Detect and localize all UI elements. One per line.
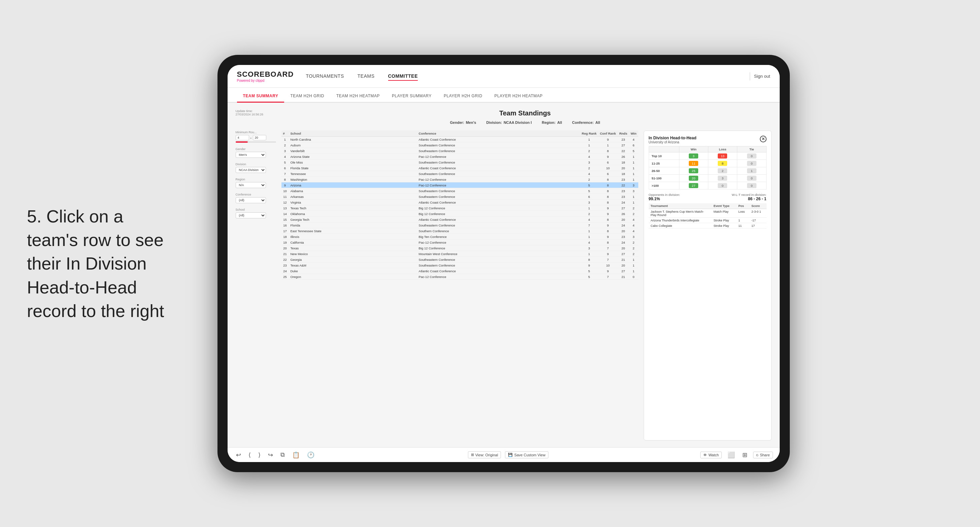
table-row[interactable]: 11 Arkansas Southeastern Conference 6 8 …: [282, 194, 638, 200]
close-button[interactable]: ✕: [760, 136, 767, 142]
copy-button[interactable]: ⧉: [279, 451, 286, 459]
right-panel: In Division Head-to-Head University of A…: [644, 130, 772, 441]
table-row[interactable]: 25 Oregon Pac-12 Conference 5 7 21 0: [282, 274, 638, 279]
tournament-row: Arizona Thunderbirds Intercollegiate Str…: [649, 218, 767, 223]
nav-links: TOURNAMENTS TEAMS COMMITTEE: [306, 72, 749, 81]
right-panel-subtitle: University of Arizona: [649, 140, 697, 144]
col-header-num: #: [282, 130, 289, 137]
table-row[interactable]: 2 Auburn Southeastern Conference 1 1 27 …: [282, 142, 638, 148]
table-row[interactable]: 22 Georgia Southeastern Conference 8 7 2…: [282, 257, 638, 262]
rounds-slider[interactable]: [235, 141, 276, 143]
content-title: Team Standings: [279, 110, 772, 117]
tournament-table: Tournament Event Type Pos Score Jackson …: [649, 203, 767, 229]
sub-nav-player-h2h-heatmap[interactable]: PLAYER H2H HEATMAP: [488, 90, 549, 103]
logo-sub: Powered by clippd: [237, 79, 294, 83]
table-row[interactable]: 16 Florida Southeastern Conference 7 9 2…: [282, 222, 638, 228]
table-row[interactable]: 13 Texas Tech Big 12 Conference 1 9 27 2: [282, 205, 638, 211]
tournament-row: Jackson T. Stephens Cup Men's Match-Play…: [649, 209, 767, 218]
save-custom-label: Save Custom View: [514, 453, 546, 457]
filter-division: Division NCAA Division I: [235, 162, 276, 173]
h2h-row: 51-100 20 3 0: [649, 175, 766, 182]
max-rounds-input[interactable]: [253, 135, 266, 140]
content-columns: Minimum Rou... - Gender: [235, 130, 772, 441]
table-row[interactable]: 21 New Mexico Mountain West Conference 1…: [282, 251, 638, 257]
table-row[interactable]: 6 Florida State Atlantic Coast Conferenc…: [282, 165, 638, 171]
tablet-screen: SCOREBOARD Powered by clippd TOURNAMENTS…: [228, 65, 780, 462]
table-row[interactable]: 4 Arizona State Pac-12 Conference 4 9 26…: [282, 154, 638, 160]
sub-nav-player-summary[interactable]: PLAYER SUMMARY: [386, 90, 438, 103]
update-time: Update time: 27/03/2024 16:56:26: [235, 110, 276, 116]
h2h-table: Win Loss Tie Top 10 3 13 0 11-25 11 8 0 …: [649, 146, 767, 189]
col-header-school: School: [289, 130, 417, 137]
sign-out-button[interactable]: Sign out: [754, 74, 770, 79]
toolbar-center: ⊞ View: Original 💾 Save Custom View: [468, 451, 549, 458]
sub-nav-team-summary[interactable]: TEAM SUMMARY: [237, 90, 285, 103]
table-row[interactable]: 7 Tennessee Southeastern Conference 4 6 …: [282, 171, 638, 177]
table-row[interactable]: 24 Duke Atlantic Coast Conference 5 9 27…: [282, 268, 638, 274]
paste-button[interactable]: 📋: [291, 451, 301, 459]
table-row[interactable]: 5 Ole Miss Southeastern Conference 3 6 1…: [282, 160, 638, 165]
gender-select[interactable]: Men's: [235, 152, 266, 158]
col-header-conf: Conference: [417, 130, 581, 137]
tournament-col-event: Event Type: [711, 203, 736, 209]
h2h-col-header-loss: Loss: [708, 146, 737, 152]
min-rounds-input[interactable]: [235, 135, 249, 140]
grid-button[interactable]: ⊞: [741, 451, 749, 459]
clock-button[interactable]: 🕐: [305, 451, 316, 459]
sub-nav-team-h2h-heatmap[interactable]: TEAM H2H HEATMAP: [330, 90, 386, 103]
table-row[interactable]: 14 Oklahoma Big 12 Conference 2 9 26 2: [282, 211, 638, 217]
bottom-toolbar: ↩ ⟨ ⟩ ↪ ⧉ 📋 🕐 ⊞ View: Original 💾 Save: [228, 447, 780, 462]
undo-button[interactable]: ↩: [234, 451, 243, 459]
nav-tournaments[interactable]: TOURNAMENTS: [306, 72, 344, 81]
col-header-conf-rank: Conf Rank: [598, 130, 618, 137]
table-area: # School Conference Reg Rank Conf Rank R…: [282, 130, 638, 441]
right-panel-header: In Division Head-to-Head University of A…: [649, 136, 767, 144]
logo-area: SCOREBOARD Powered by clippd: [237, 70, 294, 83]
save-custom-button[interactable]: 💾 Save Custom View: [505, 451, 549, 458]
h2h-col-header-win: Win: [679, 146, 708, 152]
nav-teams[interactable]: TEAMS: [358, 72, 375, 81]
tournament-row: Cabo Collegiate Stroke Play 11 17: [649, 223, 767, 229]
sub-nav-player-h2h-grid[interactable]: PLAYER H2H GRID: [438, 90, 488, 103]
share-label: Share: [760, 453, 770, 457]
redo-button[interactable]: ↪: [266, 451, 275, 459]
table-row[interactable]: 8 Washington Pac-12 Conference 2 8 23 1: [282, 177, 638, 183]
watch-button[interactable]: 👁 Watch: [700, 452, 722, 458]
table-row[interactable]: 12 Virginia Atlantic Coast Conference 3 …: [282, 200, 638, 205]
tablet-frame: SCOREBOARD Powered by clippd TOURNAMENTS…: [218, 55, 790, 472]
instruction-text: 5. Click on a team's row to see their In…: [27, 205, 175, 323]
h2h-col-header-label: [649, 146, 679, 152]
table-row[interactable]: 17 East Tennessee State Southern Confere…: [282, 228, 638, 234]
table-row[interactable]: 15 Georgia Tech Atlantic Coast Conferenc…: [282, 217, 638, 222]
nav-committee[interactable]: COMMITTEE: [388, 72, 418, 81]
filter-region: Region N/A: [235, 178, 276, 188]
region-select[interactable]: N/A: [235, 182, 266, 188]
logo-title: SCOREBOARD: [237, 70, 294, 79]
table-row[interactable]: 1 North Carolina Atlantic Coast Conferen…: [282, 137, 638, 142]
table-row[interactable]: 23 Texas A&M Southeastern Conference 9 1…: [282, 262, 638, 268]
opponents-row: Opponents in division: 99.1% W-L-T recor…: [649, 193, 767, 201]
view-original-label: View: Original: [476, 453, 498, 457]
share-button[interactable]: ⎋ Share: [753, 452, 773, 458]
screen-button[interactable]: ⬜: [726, 451, 737, 459]
view-original-button[interactable]: ⊞ View: Original: [468, 451, 501, 458]
table-row[interactable]: 9 Arizona Pac-12 Conference 5 8 22 3: [282, 183, 638, 188]
filter-min-rounds: Minimum Rou... -: [235, 130, 276, 143]
school-select[interactable]: (All): [235, 212, 266, 218]
table-row[interactable]: 19 California Pac-12 Conference 4 8 24 2: [282, 240, 638, 245]
division-select[interactable]: NCAA Division I: [235, 167, 266, 173]
wlt-label: W-L-T record in-division:: [732, 193, 766, 197]
filter-gender: Gender Men's: [235, 148, 276, 158]
table-row[interactable]: 20 Texas Big 12 Conference 3 7 20 2: [282, 245, 638, 251]
right-panel-title: In Division Head-to-Head: [649, 136, 697, 140]
conference-select[interactable]: (All): [235, 197, 266, 203]
sub-nav-team-h2h-grid[interactable]: TEAM H2H GRID: [284, 90, 330, 103]
filter-conference: Conference (All): [235, 193, 276, 203]
table-row[interactable]: 3 Vanderbilt Southeastern Conference 2 8…: [282, 148, 638, 154]
step-forward-button[interactable]: ⟩: [256, 451, 262, 459]
table-row[interactable]: 10 Alabama Southeastern Conference 5 8 2…: [282, 188, 638, 194]
table-row[interactable]: 18 Illinois Big Ten Conference 1 9 23 3: [282, 234, 638, 240]
outer-wrapper: 5. Click on a team's row to see their In…: [20, 55, 960, 472]
step-back-button[interactable]: ⟨: [247, 451, 253, 459]
filter-school: School (All): [235, 208, 276, 218]
